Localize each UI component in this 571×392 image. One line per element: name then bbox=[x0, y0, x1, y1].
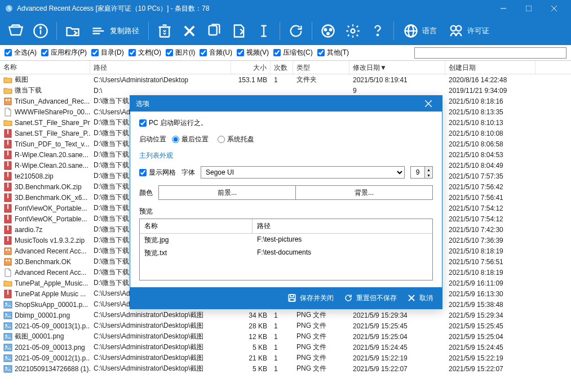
header-name[interactable]: 名称 bbox=[0, 61, 90, 74]
table-row[interactable]: 截图_00001.pngC:\Users\Administrator\Deskt… bbox=[0, 331, 571, 342]
background-button[interactable]: 背景... bbox=[296, 185, 433, 200]
minimize-button[interactable] bbox=[490, 0, 516, 17]
filter-audio[interactable]: 音频(U) bbox=[200, 48, 232, 57]
svg-point-71 bbox=[6, 335, 7, 336]
filter-images[interactable]: 图片(I) bbox=[166, 48, 195, 57]
table-row[interactable]: 微当下载D:\92019/11/21 9:34:09 bbox=[0, 85, 571, 96]
table-row[interactable]: Dbimp_00001.pngC:\Users\Administrator\De… bbox=[0, 310, 571, 320]
run-on-startup-checkbox[interactable]: PC 启动即运行之。 bbox=[139, 118, 207, 128]
filter-other[interactable]: 其他(T) bbox=[317, 48, 349, 57]
color-label: 颜色 bbox=[139, 188, 153, 198]
close-button[interactable] bbox=[541, 0, 566, 17]
font-size-input[interactable] bbox=[411, 167, 424, 178]
header-type[interactable]: 类型 bbox=[293, 61, 349, 74]
svg-rect-49 bbox=[7, 204, 8, 209]
rename-button[interactable] bbox=[253, 20, 275, 42]
zip-icon bbox=[3, 289, 12, 299]
theme-button[interactable] bbox=[317, 20, 339, 42]
img-icon bbox=[3, 322, 12, 331]
svg-rect-35 bbox=[7, 130, 8, 134]
start-pos-tray-radio[interactable]: 系统托盘 bbox=[218, 135, 254, 144]
zip-icon bbox=[3, 172, 12, 181]
filter-compressed[interactable]: 压缩包(C) bbox=[273, 48, 313, 57]
reset-nosave-button[interactable]: 重置但不保存 bbox=[344, 293, 397, 303]
svg-point-67 bbox=[6, 313, 7, 315]
table-row[interactable]: 2021-05-09_00012(1).p...C:\Users\Adminis… bbox=[0, 353, 571, 363]
delete-button[interactable] bbox=[178, 20, 201, 42]
spinner-up[interactable]: ▲ bbox=[425, 167, 432, 172]
svg-point-21 bbox=[325, 29, 327, 31]
img-icon bbox=[3, 354, 12, 363]
svg-rect-81 bbox=[290, 295, 294, 297]
maximize-button[interactable] bbox=[516, 0, 541, 17]
copy-path-button[interactable]: 复制路径 bbox=[86, 23, 144, 39]
table-row[interactable]: 20210509134726688 (1)...C:\Users\Adminis… bbox=[0, 363, 571, 374]
filter-documents[interactable]: 文档(O) bbox=[129, 48, 161, 57]
svg-point-24 bbox=[351, 29, 355, 33]
language-button[interactable]: 语言 bbox=[399, 23, 441, 39]
settings-button[interactable] bbox=[342, 20, 364, 42]
svg-rect-41 bbox=[7, 162, 8, 166]
preview-header-path: 路径 bbox=[253, 219, 275, 233]
svg-rect-39 bbox=[7, 151, 8, 155]
svg-point-65 bbox=[6, 302, 7, 304]
svg-rect-43 bbox=[7, 172, 8, 177]
move-button[interactable] bbox=[228, 20, 250, 42]
filterbar: 全选(A) 应用程序(P) 目录(D) 文档(O) 图片(I) 音频(U) 视频… bbox=[0, 45, 571, 61]
save-close-button[interactable]: 保存并关闭 bbox=[287, 293, 334, 303]
font-label: 字体 bbox=[182, 168, 195, 177]
start-pos-last-radio[interactable]: 最后位置 bbox=[172, 135, 209, 144]
file-icon bbox=[3, 108, 12, 117]
preview-row: 预览.jpgF:\test-pictures bbox=[140, 234, 432, 247]
spinner-down[interactable]: ▼ bbox=[425, 172, 432, 178]
header-created[interactable]: 创建日期 bbox=[445, 61, 535, 74]
license-button[interactable]: 许可证 bbox=[444, 23, 494, 39]
preview-header-name: 名称 bbox=[140, 219, 253, 233]
header-size[interactable]: 大小 bbox=[231, 61, 271, 74]
search-input[interactable] bbox=[414, 47, 566, 59]
filter-video[interactable]: 视频(V) bbox=[237, 48, 269, 57]
start-position-label: 启动位置 bbox=[139, 135, 166, 144]
svg-rect-60 bbox=[6, 260, 7, 261]
help-button[interactable] bbox=[366, 20, 389, 42]
info-button[interactable] bbox=[29, 20, 52, 42]
preview-label: 预览 bbox=[139, 207, 153, 215]
refresh-button[interactable] bbox=[285, 20, 307, 42]
svg-point-7 bbox=[40, 27, 41, 28]
table-row[interactable]: 2021-05-09_00013.pngC:\Users\Administrat… bbox=[0, 342, 571, 353]
options-dialog: 选项 PC 启动即运行之。 启动位置 最后位置 系统托盘 主列表外观 显示网格 … bbox=[130, 95, 442, 309]
svg-rect-70 bbox=[4, 333, 12, 340]
open-folder-button[interactable] bbox=[61, 20, 84, 42]
filter-directories[interactable]: 目录(D) bbox=[91, 48, 124, 57]
svg-rect-16 bbox=[209, 26, 217, 35]
folder-icon bbox=[3, 75, 12, 84]
dialog-close-button[interactable] bbox=[420, 96, 436, 112]
svg-rect-45 bbox=[7, 183, 8, 188]
font-select[interactable]: Segoe UI bbox=[201, 166, 405, 179]
exe-icon bbox=[3, 97, 12, 106]
filter-select-all[interactable]: 全选(A) bbox=[5, 48, 37, 57]
svg-rect-74 bbox=[4, 355, 12, 362]
language-label: 语言 bbox=[422, 26, 437, 36]
header-path[interactable]: 路径 bbox=[90, 61, 231, 74]
open-button[interactable] bbox=[5, 20, 27, 42]
svg-rect-33 bbox=[8, 99, 10, 101]
table-row[interactable]: 截图C:\Users\Administrator\Desktop153.1 MB… bbox=[0, 74, 571, 85]
svg-rect-2 bbox=[526, 6, 532, 11]
copy-button[interactable] bbox=[203, 20, 225, 42]
cancel-button[interactable]: 取消 bbox=[407, 293, 433, 303]
header-modified[interactable]: 修改日期▼ bbox=[349, 61, 445, 74]
svg-rect-32 bbox=[6, 99, 7, 101]
svg-rect-61 bbox=[8, 260, 10, 261]
header-count[interactable]: 次数 bbox=[271, 61, 293, 74]
svg-rect-64 bbox=[4, 301, 12, 308]
svg-rect-82 bbox=[290, 299, 294, 301]
show-grid-checkbox[interactable]: 显示网格 bbox=[139, 168, 176, 177]
filter-applications[interactable]: 应用程序(P) bbox=[41, 48, 87, 57]
foreground-button[interactable]: 前景... bbox=[158, 185, 296, 200]
recycle-button[interactable] bbox=[153, 20, 176, 42]
svg-point-29 bbox=[451, 26, 456, 31]
svg-point-25 bbox=[377, 34, 378, 35]
table-row[interactable]: 2021-05-09_00013(1).p...C:\Users\Adminis… bbox=[0, 320, 571, 331]
font-size-spinner[interactable]: ▲▼ bbox=[410, 166, 433, 179]
